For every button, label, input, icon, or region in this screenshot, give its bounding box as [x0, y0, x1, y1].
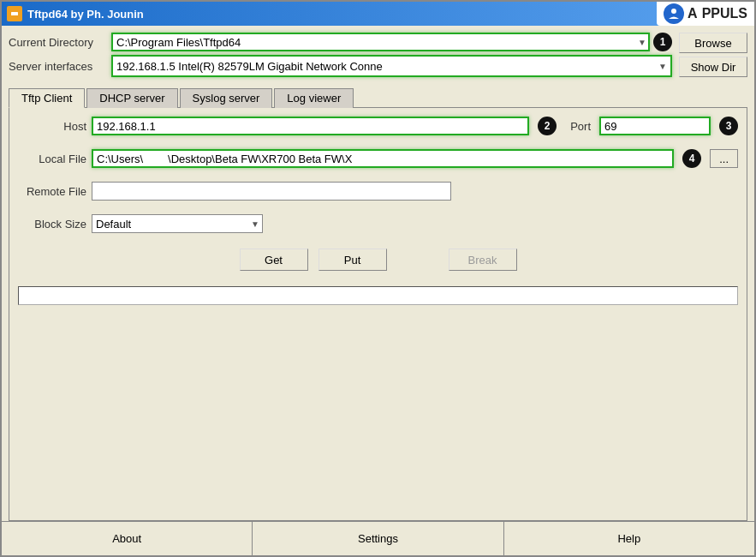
remote-file-input[interactable] — [92, 182, 451, 201]
action-buttons: Get Put Break — [18, 249, 738, 271]
svg-point-0 — [671, 9, 676, 14]
get-button[interactable]: Get — [240, 249, 308, 271]
badge-4: 4 — [682, 149, 701, 168]
port-label: Port — [570, 120, 591, 133]
block-size-select[interactable]: Default 512 1024 2048 4096 — [92, 214, 263, 233]
tab-log-viewer[interactable]: Log viewer — [274, 88, 354, 108]
show-dir-button[interactable]: Show Dir — [679, 57, 747, 77]
put-button[interactable]: Put — [318, 249, 387, 271]
appuals-icon — [664, 3, 684, 24]
badge-2: 2 — [538, 117, 557, 135]
local-file-browse-button[interactable]: ... — [710, 149, 738, 168]
tabs-container: Tftp Client DHCP server Syslog server Lo… — [2, 81, 754, 108]
appuals-full: PPULS — [702, 6, 747, 21]
title-bar: Tftpd64 by Ph. Jounin – □ ✕ — [2, 2, 754, 26]
svg-rect-2 — [11, 12, 18, 15]
tab-tftp-client[interactable]: Tftp Client — [9, 88, 85, 108]
about-button[interactable]: About — [2, 522, 253, 555]
settings-button[interactable]: Settings — [253, 522, 503, 555]
server-interfaces-label: Server interfaces — [9, 60, 111, 73]
window-title: Tftpd64 by Ph. Jounin — [27, 8, 144, 21]
block-size-label: Block Size — [18, 218, 86, 231]
remote-file-label: Remote File — [18, 185, 86, 198]
badge-3: 3 — [719, 117, 738, 135]
tab-dhcp-server[interactable]: DHCP server — [86, 88, 177, 108]
host-input[interactable] — [92, 117, 529, 135]
tab-syslog-server[interactable]: Syslog server — [180, 88, 273, 108]
badge-1: 1 — [653, 33, 672, 51]
app-icon — [7, 6, 22, 21]
host-label: Host — [18, 120, 86, 133]
tabs-row: Tftp Client DHCP server Syslog server Lo… — [9, 87, 747, 108]
port-input[interactable] — [599, 117, 711, 135]
local-file-label: Local File — [18, 153, 86, 165]
top-form-area: Current Directory ▼ 1 Server interfaces … — [2, 26, 754, 81]
current-directory-label: Current Directory — [9, 36, 111, 49]
browse-button[interactable]: Browse — [679, 33, 747, 53]
help-button[interactable]: Help — [504, 522, 754, 555]
progress-bar — [18, 286, 738, 305]
break-button[interactable]: Break — [449, 249, 517, 271]
server-interfaces-select[interactable]: 192.168.1.5 Intel(R) 82579LM Gigabit Net… — [113, 57, 670, 75]
local-file-input[interactable] — [92, 149, 674, 168]
footer: About Settings Help — [2, 521, 754, 555]
appuals-text: A — [688, 6, 699, 21]
current-directory-input[interactable] — [111, 33, 650, 51]
